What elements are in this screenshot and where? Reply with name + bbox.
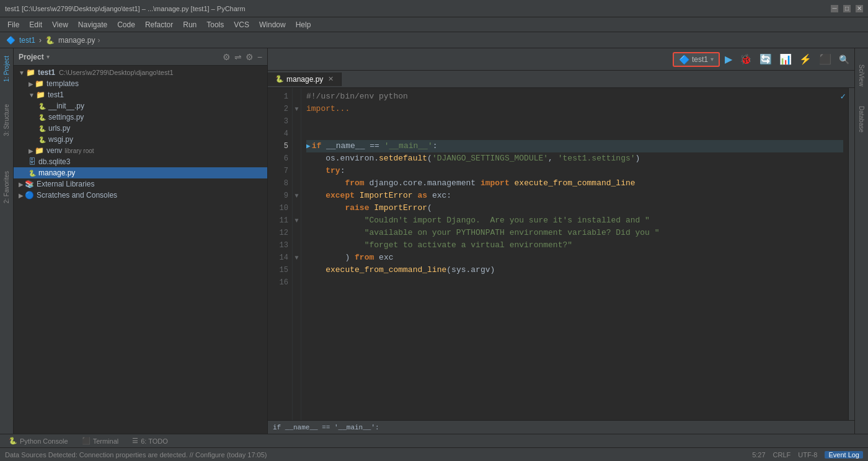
breadcrumb-manage-py[interactable]: manage.py (58, 36, 95, 45)
manage-py-icon: 🐍 (29, 170, 36, 177)
run-config-django-icon: 🔷 (679, 55, 689, 64)
code-line-16 (306, 276, 843, 289)
fold-marker-2[interactable]: ▼ (294, 103, 300, 115)
tree-db-sqlite3[interactable]: 🗄 db.sqlite3 (14, 156, 267, 167)
run-config[interactable]: 🔷 test1 ▾ (673, 52, 720, 67)
project-title: Project (19, 53, 44, 61)
search-button[interactable]: 🔍 (839, 55, 849, 64)
code-line-6: os.environ.setdefault('DJANGO_SETTINGS_M… (306, 152, 843, 165)
menu-vcs[interactable]: VCS (229, 19, 254, 30)
tree-venv[interactable]: ▶ 📁 venv library root (14, 145, 267, 156)
fold-marker-14[interactable]: ▼ (294, 252, 300, 264)
tree-templates[interactable]: ▶ 📁 templates (14, 78, 267, 89)
root-folder-icon: 📁 (26, 68, 35, 77)
project-dropdown[interactable]: ▾ (46, 53, 50, 60)
close-button[interactable]: ✕ (856, 5, 863, 12)
project-panel: Project ▾ ⚙ ⇌ ⚙ − ▼ 📁 test1 C:\Users\w27… (14, 48, 268, 434)
scratches-label: Scratches and Consoles (37, 191, 117, 200)
stop-button[interactable]: ⬛ (817, 52, 834, 66)
library-root-badge: library root (64, 147, 94, 154)
tab-close-icon[interactable]: ✕ (328, 75, 334, 83)
status-encoding[interactable]: CRLF (773, 451, 791, 459)
status-charset[interactable]: UTF-8 (798, 451, 817, 459)
menu-tools[interactable]: Tools (202, 19, 229, 30)
breadcrumb-test1[interactable]: 🔷 (6, 36, 16, 45)
fold-marker-11[interactable]: ▼ (294, 214, 300, 227)
editor-tab-manage-py[interactable]: 🐍 manage.py ✕ (268, 72, 342, 86)
run-button[interactable]: ▶ (722, 52, 735, 66)
tab-bar: 🐍 manage.py ✕ (268, 71, 854, 88)
tab-sciview[interactable]: SciView (857, 61, 866, 90)
todo-tab[interactable]: ☰ 6: TODO (126, 436, 174, 446)
toolbar-more-btn[interactable]: ⚡ (797, 52, 814, 66)
file-valid-icon: ✓ (841, 90, 846, 103)
run-config-dropdown[interactable]: ▾ (711, 56, 714, 63)
tree-manage-py[interactable]: 🐍 manage.py (14, 167, 267, 178)
ext-lib-icon: 📚 (25, 180, 34, 188)
tree-scratches[interactable]: ▶ 🔵 Scratches and Consoles (14, 190, 267, 201)
tree-external-libraries[interactable]: ▶ 📚 External Libraries (14, 178, 267, 190)
toolbar: 🔷 test1 ▾ ▶ 🐞 🔄 📊 ⚡ ⬛ 🔍 (268, 48, 854, 71)
coverage-button[interactable]: 🔄 (757, 52, 774, 66)
menu-help[interactable]: Help (291, 19, 316, 30)
event-log-button[interactable]: Event Log (825, 451, 863, 459)
menu-run[interactable]: Run (178, 19, 202, 30)
code-line-10: raise ImportError( (306, 202, 843, 214)
code-line-5: ▶ if __name__ == '__main__': (306, 140, 843, 152)
templates-folder-icon: 📁 (35, 79, 44, 88)
urls-py-label: urls.py (48, 124, 70, 133)
terminal-icon: ⬛ (82, 437, 91, 445)
tab-label: manage.py (286, 75, 323, 84)
init-py-icon: 🐍 (38, 103, 46, 110)
tree-urls-py[interactable]: 🐍 urls.py (14, 123, 267, 134)
python-console-tab[interactable]: 🐍 Python Console (2, 436, 74, 446)
code-line-7: try: (306, 165, 843, 177)
fold-marker-9[interactable]: ▼ (294, 190, 300, 202)
tree-root[interactable]: ▼ 📁 test1 C:\Users\w2799\Desktop\django\… (14, 67, 267, 78)
scratches-icon: 🔵 (25, 191, 34, 200)
code-line-1: #!/usr/bin/env python (306, 90, 843, 103)
menu-view[interactable]: View (47, 19, 73, 30)
tree-wsgi-py[interactable]: 🐍 wsgi.py (14, 134, 267, 145)
settings-icon[interactable]: ⚙ (246, 52, 254, 62)
right-scrollbar[interactable] (848, 88, 854, 420)
test1-folder-icon: 📁 (36, 90, 45, 99)
gear-icon[interactable]: ⚙ (223, 52, 231, 62)
tree-init-py[interactable]: 🐍 __init__.py (14, 100, 267, 112)
menu-code[interactable]: Code (112, 19, 140, 30)
breadcrumb-test1-label[interactable]: test1 (19, 36, 35, 45)
breadcrumb: 🔷 test1 › 🐍 manage.py › (0, 32, 868, 48)
title-bar: test1 [C:\Users\w2799\Desktop\django\tes… (0, 0, 868, 17)
code-line-3 (306, 115, 843, 128)
tab-structure[interactable]: 3: Structure (2, 99, 11, 141)
tab-project[interactable]: 1: Project (2, 51, 11, 87)
layout-icon[interactable]: ⇌ (234, 52, 242, 62)
menu-edit[interactable]: Edit (24, 19, 47, 30)
terminal-tab[interactable]: ⬛ Terminal (76, 436, 125, 446)
menu-navigate[interactable]: Navigate (73, 19, 112, 30)
maximize-button[interactable]: □ (843, 5, 851, 12)
tab-database[interactable]: Database (857, 102, 866, 136)
tree-test1-folder[interactable]: ▼ 📁 test1 (14, 89, 267, 100)
minimize-button[interactable]: ─ (831, 5, 838, 12)
bottom-bar: 🐍 Python Console ⬛ Terminal ☰ 6: TODO (0, 434, 868, 447)
python-console-icon: 🐍 (9, 437, 17, 445)
status-message: Data Sources Detected: Connection proper… (5, 451, 267, 459)
settings-py-icon: 🐍 (38, 114, 46, 121)
profile-button[interactable]: 📊 (777, 52, 794, 66)
status-position[interactable]: 5:27 (752, 451, 765, 459)
tree-settings-py[interactable]: 🐍 settings.py (14, 112, 267, 123)
title-bar-text: test1 [C:\Users\w2799\Desktop\django\tes… (5, 5, 246, 12)
run-inline-btn[interactable]: ▶ (306, 140, 311, 152)
minimize-panel-icon[interactable]: − (257, 52, 262, 62)
tab-favorites[interactable]: 2: Favorites (2, 166, 11, 208)
root-path: C:\Users\w2799\Desktop\django\test1 (59, 69, 174, 76)
menu-file[interactable]: File (2, 19, 24, 30)
menu-window[interactable]: Window (254, 19, 291, 30)
breadcrumb-separator1: › (39, 36, 42, 45)
code-content[interactable]: #!/usr/bin/env python import ... ▶ if __… (301, 88, 848, 420)
tab-file-icon: 🐍 (275, 75, 284, 83)
wsgi-py-label: wsgi.py (48, 135, 73, 144)
menu-refactor[interactable]: Refactor (140, 19, 178, 30)
debug-button[interactable]: 🐞 (737, 52, 755, 66)
